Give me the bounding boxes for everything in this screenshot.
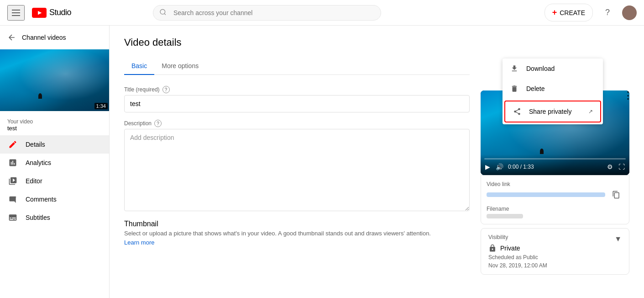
page-title: Video details [124, 37, 629, 48]
help-button[interactable]: ? [600, 5, 615, 20]
sidebar-label-details: Details [26, 141, 45, 148]
play-button[interactable]: ▶ [484, 162, 491, 171]
channel-videos-label: Channel videos [22, 34, 66, 41]
dropdown-menu: Download Delete Share privately ↗ [503, 59, 603, 124]
visibility-value: Private [488, 244, 622, 252]
visibility-card: Visibility ▼ Private Scheduled as Public… [481, 228, 629, 275]
topbar: Studio + CREATE ? [0, 0, 644, 26]
download-icon [510, 64, 519, 73]
create-label: CREATE [560, 9, 585, 16]
editor-icon [7, 176, 18, 186]
surfer-figure [38, 93, 42, 99]
title-help-icon[interactable]: ? [162, 86, 170, 93]
create-button[interactable]: + CREATE [545, 4, 593, 21]
comments-icon [7, 194, 18, 205]
external-link-icon: ↗ [588, 108, 593, 115]
learn-more-link[interactable]: Learn more [124, 239, 154, 246]
hamburger-button[interactable] [7, 5, 25, 21]
description-help-icon[interactable]: ? [154, 120, 162, 127]
fullscreen-button[interactable]: ⛶ [618, 162, 626, 171]
filename-label: Filename [487, 206, 623, 212]
back-button[interactable]: Channel videos [0, 29, 109, 46]
visibility-label: Visibility [488, 234, 508, 240]
share-label: Share privately [529, 108, 571, 115]
dropdown-item-share[interactable]: Share privately ↗ [504, 101, 601, 122]
svg-point-0 [160, 9, 165, 14]
sidebar-label-comments: Comments [26, 196, 57, 203]
time-display: 0:00 / 1:33 [508, 164, 602, 170]
sidebar-item-comments[interactable]: Comments [0, 190, 109, 208]
progress-bar[interactable] [484, 158, 626, 160]
sidebar-label-editor: Editor [26, 177, 42, 185]
title-input[interactable] [124, 95, 470, 112]
sidebar-item-subtitles[interactable]: Subtitles [0, 208, 109, 227]
subtitles-icon [7, 212, 18, 223]
delete-label: Delete [526, 85, 545, 92]
tabs: Basic More options [124, 58, 470, 75]
thumbnail-title: Thumbnail [124, 220, 470, 228]
video-link-label: Video link [487, 181, 623, 187]
tab-basic[interactable]: Basic [124, 58, 154, 75]
visibility-text: Private [500, 245, 520, 252]
search-icon [159, 8, 167, 17]
video-thumbnail: 1:34 [0, 49, 109, 111]
sidebar-label-subtitles: Subtitles [26, 214, 50, 221]
avatar[interactable] [622, 5, 637, 20]
video-meta: Video link Filename [481, 175, 629, 224]
topbar-right: + CREATE ? [545, 4, 637, 21]
title-field-group: Title (required) ? [124, 86, 470, 112]
analytics-icon [7, 157, 18, 168]
description-field-group: Description ? [124, 120, 470, 213]
dropdown-item-delete[interactable]: Delete [503, 79, 603, 99]
search-bar [153, 5, 381, 21]
wave-bg [0, 49, 109, 111]
settings-button[interactable]: ⚙ [606, 162, 614, 171]
thumb-placeholder: 1:34 [0, 49, 109, 111]
download-label: Download [526, 65, 555, 72]
private-icon [488, 244, 497, 252]
visibility-header: Visibility ▼ [488, 234, 622, 244]
volume-button[interactable]: 🔊 [495, 162, 504, 171]
thumbnail-section: Thumbnail Select or upload a picture tha… [124, 220, 470, 246]
share-icon [513, 107, 522, 116]
scheduled-label: Scheduled as Public [488, 254, 622, 261]
delete-icon [510, 84, 519, 93]
search-input[interactable] [153, 5, 381, 21]
video-title-sidebar: test [7, 125, 102, 132]
sidebar-item-details[interactable]: Details [0, 135, 109, 154]
your-video-label: Your video [7, 118, 102, 125]
three-dot-menu-button[interactable]: ⋮ [623, 90, 633, 101]
youtube-logo-icon [32, 8, 47, 18]
video-controls: ▶ 🔊 0:00 / 1:33 ⚙ ⛶ [481, 154, 629, 175]
layout: Channel videos 1:34 Your video test Deta… [0, 0, 644, 298]
preview-surfer [540, 149, 544, 154]
svg-line-1 [164, 13, 166, 15]
title-label: Title (required) ? [124, 86, 470, 93]
copy-link-button[interactable] [609, 187, 623, 202]
scheduled-date: Nov 28, 2019, 12:00 AM [488, 262, 622, 269]
video-info: Your video test [0, 115, 109, 135]
topbar-left: Studio [7, 5, 71, 21]
pencil-icon [7, 139, 18, 150]
video-link-row [487, 187, 623, 202]
create-plus-icon: + [552, 8, 557, 17]
filename-bar [487, 214, 523, 218]
video-link-bar [487, 192, 605, 197]
sidebar: Channel videos 1:34 Your video test Deta… [0, 26, 110, 298]
controls-row: ▶ 🔊 0:00 / 1:33 ⚙ ⛶ [484, 162, 626, 171]
dropdown-item-download[interactable]: Download [503, 59, 603, 79]
logo[interactable]: Studio [32, 8, 71, 18]
tab-more-options[interactable]: More options [154, 58, 206, 75]
duration-badge: 1:34 [94, 103, 108, 109]
thumbnail-desc: Select or upload a picture that shows wh… [124, 230, 470, 237]
description-label: Description ? [124, 120, 470, 127]
studio-label: Studio [49, 8, 71, 17]
form-area: Basic More options Title (required) ? De… [124, 58, 470, 286]
description-input[interactable] [124, 129, 470, 211]
sidebar-item-analytics[interactable]: Analytics [0, 154, 109, 172]
visibility-dropdown-arrow[interactable]: ▼ [614, 235, 622, 243]
sidebar-item-editor[interactable]: Editor [0, 172, 109, 190]
sidebar-label-analytics: Analytics [26, 159, 51, 166]
search-wrap [153, 5, 381, 21]
